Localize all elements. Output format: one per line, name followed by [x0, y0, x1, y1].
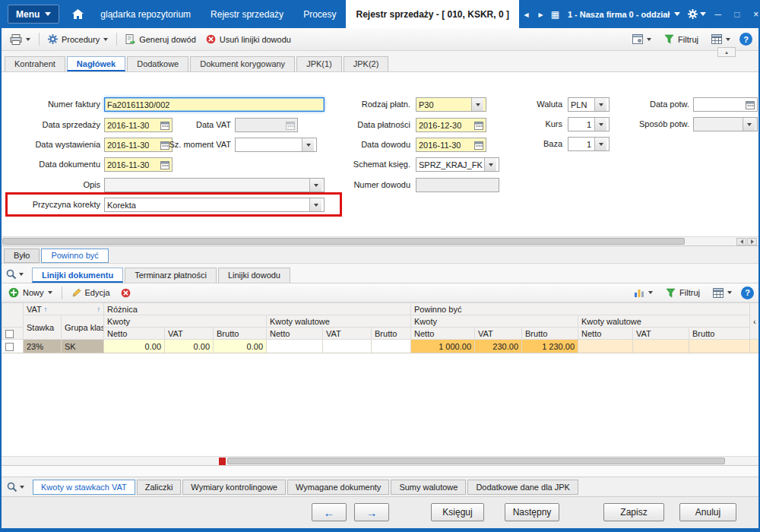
sz-moment-vat-select[interactable] — [235, 138, 317, 152]
grid-columns-button[interactable] — [709, 286, 736, 300]
tab-jpk2[interactable]: JPK(2) — [344, 56, 389, 71]
form-horizontal-scrollbar[interactable] — [2, 236, 758, 246]
tab-zaliczki[interactable]: Zaliczki — [137, 480, 182, 495]
scrollbar-thumb[interactable] — [227, 458, 725, 464]
dropdown-button[interactable] — [309, 198, 321, 211]
print-button[interactable] — [6, 32, 34, 47]
dropdown-button[interactable] — [302, 138, 314, 151]
tab-dodatkowe[interactable]: Dodatkowe — [127, 56, 188, 71]
titlebar-tab-active-document[interactable]: Rejestr sprzedaży - [ 010, KSKR, 0 ] — [346, 0, 518, 28]
group-header-vat[interactable]: VAT ↑ ↑ — [24, 303, 104, 315]
grid-horizontal-scrollbar[interactable] — [2, 456, 758, 466]
bottom-search-settings-button[interactable] — [4, 480, 27, 494]
numer-faktury-input[interactable]: Fa20161130/002 — [104, 97, 325, 112]
tab-naglowek[interactable]: Nagłówek — [67, 56, 125, 71]
anuluj-button[interactable]: Anuluj — [679, 503, 736, 521]
calendar-icon[interactable] — [746, 100, 755, 109]
tab-jpk1[interactable]: JPK(1) — [296, 56, 342, 71]
close-button[interactable]: × — [746, 9, 758, 20]
scrollbar-thumb[interactable] — [2, 238, 685, 245]
zapisz-button[interactable]: Zapisz — [603, 503, 664, 521]
generuj-dowod-button[interactable]: Generuj dowód — [122, 32, 200, 47]
data-dokumentu-input[interactable]: 2016-11-30 — [104, 157, 173, 172]
tab-dodatkowe-dane-dla-jpk[interactable]: Dodatkowe dane dla JPK — [467, 480, 578, 495]
search-settings-button[interactable] — [3, 268, 27, 281]
tab-linijki-dowodu[interactable]: Linijki dowodu — [218, 268, 290, 283]
cell-powinno-brutto[interactable]: 1 230.00 — [522, 340, 578, 353]
cell-powinno-vat[interactable]: 230.00 — [475, 340, 522, 353]
dropdown-button[interactable] — [743, 118, 755, 131]
cell-powinno-wal-netto[interactable] — [578, 340, 633, 353]
next-document-button[interactable]: → — [354, 503, 389, 521]
tab-dokument-korygowany[interactable]: Dokument korygowany — [190, 56, 295, 71]
cell-roznica-vat[interactable]: 0.00 — [165, 340, 214, 353]
col-header-vat[interactable]: VAT — [323, 328, 372, 340]
col-header-brutto[interactable]: Brutto — [689, 328, 750, 340]
spinner-button[interactable] — [594, 138, 606, 150]
tab-kwoty-w-stawkach-vat[interactable]: Kwoty w stawkach VAT — [33, 480, 135, 495]
scroll-left-button[interactable] — [736, 238, 746, 245]
subgroup-header-kwoty-walutowe[interactable]: Kwoty walutowe — [578, 315, 750, 328]
scroll-right-button[interactable] — [747, 238, 757, 245]
cell-grupa-klas[interactable]: SK — [62, 340, 104, 353]
data-dowodu-input[interactable]: 2016-11-30 — [416, 138, 486, 152]
col-header-netto[interactable]: Netto — [578, 328, 633, 340]
company-selector[interactable]: 1 - Nasza firma 0 - oddział — [562, 10, 686, 19]
splitter-marker[interactable] — [219, 458, 226, 465]
collapse-panel-button[interactable]: ▴ — [717, 47, 736, 57]
schemat-ksieg-select[interactable]: SPRZ_KRAJ_FK — [416, 157, 499, 172]
maximize-button[interactable]: □ — [727, 9, 746, 20]
row-checkbox[interactable] — [5, 343, 14, 351]
col-header-netto[interactable]: Netto — [104, 328, 165, 340]
help-button[interactable]: ? — [739, 33, 752, 46]
calendar-icon[interactable] — [474, 141, 483, 150]
table-row[interactable]: 23% SK 0.00 0.00 0.00 1 000.00 230.00 1 … — [2, 340, 760, 353]
cell-roznica-wal-netto[interactable] — [267, 340, 323, 353]
cell-roznica-wal-brutto[interactable] — [372, 340, 411, 353]
grid-help-button[interactable]: ? — [741, 287, 754, 299]
edycja-button[interactable]: Edycja — [68, 286, 114, 300]
dropdown-button[interactable] — [594, 98, 606, 111]
nav-back-button[interactable]: ◂ — [519, 0, 534, 28]
col-header-vat[interactable]: VAT — [475, 328, 522, 340]
calendar-icon[interactable] — [160, 121, 169, 130]
nav-forward-button[interactable]: ▸ — [534, 0, 548, 28]
titlebar-tab-repozytorium[interactable]: glądarka repozytorium — [90, 0, 201, 28]
col-header-vat[interactable]: VAT — [633, 328, 689, 340]
usun-linijki-dowodu-button[interactable]: Usuń linijki dowodu — [202, 32, 295, 46]
collapse-columns-button[interactable]: ‹ — [750, 303, 760, 340]
cell-powinno-netto[interactable]: 1 000.00 — [411, 340, 475, 353]
baza-input[interactable]: 1 — [568, 137, 610, 151]
procedury-button[interactable]: Procedury — [44, 32, 112, 46]
cell-roznica-brutto[interactable]: 0.00 — [214, 340, 267, 353]
home-button[interactable] — [65, 0, 90, 28]
col-header-grupa-klas[interactable]: Grupa klas. — [62, 315, 104, 340]
data-sprzedazy-input[interactable]: 2016-11-30 — [104, 118, 173, 132]
titlebar-tab-procesy[interactable]: Procesy — [293, 0, 346, 28]
menu-button[interactable]: Menu — [8, 5, 59, 24]
layout-settings-button[interactable] — [629, 32, 655, 46]
apps-grid-button[interactable]: ▦ — [548, 0, 562, 28]
kurs-input[interactable]: 1 — [568, 117, 610, 131]
grid-settings-button[interactable] — [708, 32, 734, 46]
ksieguj-button[interactable]: Księguj — [431, 503, 484, 521]
tab-bylo[interactable]: Było — [4, 249, 40, 263]
filter-button[interactable]: Filtruj — [660, 32, 702, 46]
tab-terminarz-platnosci[interactable]: Terminarz płatności — [125, 268, 217, 283]
waluta-select[interactable]: PLN — [568, 97, 610, 112]
minimize-button[interactable]: ─ — [708, 9, 727, 20]
tab-sumy-walutowe[interactable]: Sumy walutowe — [391, 480, 466, 495]
tab-powinno-byc[interactable]: Powinno być — [41, 249, 108, 263]
subgroup-header-kwoty-walutowe[interactable]: Kwoty walutowe — [267, 315, 411, 328]
previous-document-button[interactable]: ← — [312, 503, 347, 521]
tab-wymiary-kontrolingowe[interactable]: Wymiary kontrolingowe — [182, 480, 286, 495]
tab-linijki-dokumentu[interactable]: Linijki dokumentu — [32, 268, 123, 283]
col-header-brutto[interactable]: Brutto — [522, 328, 578, 340]
col-header-netto[interactable]: Netto — [411, 328, 475, 340]
chart-button[interactable] — [630, 286, 657, 300]
subgroup-header-kwoty[interactable]: Kwoty — [104, 315, 267, 328]
col-header-brutto[interactable]: Brutto — [372, 328, 411, 340]
data-platnosci-input[interactable]: 2016-12-30 — [416, 118, 486, 132]
rodzaj-platn-select[interactable]: P30 — [416, 97, 486, 112]
tab-wymagane-dokumenty[interactable]: Wymagane dokumenty — [287, 480, 389, 495]
